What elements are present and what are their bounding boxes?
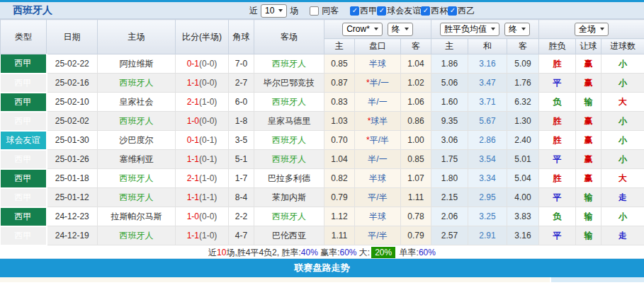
same-away-label: 同客 [322,5,339,17]
avg-away-cell: 5.04 [507,169,539,188]
handicap-cell: *半/一 [355,74,401,93]
bookmaker-select[interactable]: Crow* [342,23,383,36]
score-cell: 2-1(1-0) [176,93,229,112]
away-team[interactable]: 西班牙人 [254,93,324,112]
avg-draw-cell: 2.91 [468,226,507,245]
date-cell: 25-01-12 [47,188,98,207]
home-team[interactable]: 塞维利亚 [98,150,176,169]
chevron-down-icon [521,28,526,30]
away-team[interactable]: 西班牙人 [254,150,324,169]
avg-draw-cell: 3.71 [468,93,507,112]
league-filter-checkbox[interactable]: ✓ [377,6,386,16]
goals-result-cell: 走 [601,188,644,207]
summary-text: 单率: [397,248,419,257]
fulltime-score: 1-0 [187,116,199,126]
same-away-checkbox[interactable] [310,6,319,16]
home-team[interactable]: 西班牙人 [98,188,176,207]
avg-away-cell: 3.83 [507,207,539,226]
home-team[interactable]: 皇家社会 [98,93,176,112]
summary-count: 10 [217,248,226,257]
match-count-select[interactable]: 10 [261,4,287,18]
fulltime-score: 0-1 [187,59,199,69]
score-cell: 1-1(1-1) [176,188,229,207]
avg-away-cell: 1.30 [507,112,539,131]
away-team[interactable]: 巴拉多利德 [254,169,324,188]
avg-home-cell: 2.57 [431,226,468,245]
avg-stage-select[interactable]: 终 [504,23,530,36]
result-cell: 胜 [539,169,576,188]
handicap-stage-select[interactable]: 终 [388,23,413,36]
halftime-score: (1-0) [199,231,217,240]
match-type-badge: 西甲 [1,169,47,188]
score-cell: 1-1(0-1) [176,150,229,169]
home-team[interactable]: 西班牙人 [98,112,176,131]
home-team[interactable]: 西班牙人 [98,169,176,188]
corner-cell: 2-7 [229,74,254,93]
corner-cell: 5-1 [229,150,254,169]
corner-cell: 1-8 [229,112,254,131]
away-team[interactable]: 皇家马德里 [254,112,324,131]
col-handicap: 盘口 [355,39,401,54]
league-filter-checkbox[interactable]: ✓ [448,6,457,16]
table-row: 球会友谊 25-01-30 沙巴度尔 0-1(0-1) 3-5 西班牙人 0.7… [1,131,644,150]
home-team[interactable]: 西班牙人 [98,74,176,93]
home-team[interactable]: 沙巴度尔 [98,131,176,150]
handicap-cell: 平/半 [355,188,401,207]
next-section-edge [0,277,644,282]
avg-home-cell: 1.75 [431,150,468,169]
away-odds-cell: 0.85 [401,150,431,169]
goals-result-cell: 小 [601,207,644,226]
away-team[interactable]: 毕尔巴鄂竞技 [254,74,324,93]
score-cell: 1-0(0-0) [176,207,229,226]
summary-text: 近 [208,248,217,257]
home-team[interactable]: 阿拉维斯 [98,54,176,74]
away-team[interactable]: 西班牙人 [254,54,324,74]
scope-select[interactable]: 全场 [575,23,609,36]
home-team[interactable]: 西班牙人 [98,226,176,245]
league-filter-label: 球会友谊 [387,5,421,17]
col-score: 比分(半场) [176,20,229,54]
away-team[interactable]: 西班牙人 [254,207,324,226]
fulltime-score: 1-1 [187,154,199,164]
league-filter-label: 西杯 [431,5,448,17]
col-spread: 让球 [576,39,601,54]
avg-home-cell: 5.06 [431,74,468,93]
profit-rate-value: 60% [339,248,356,257]
filter-controls: 近 10 场 同客 ✓西甲✓球会友谊✓西杯✓西乙 [249,2,475,19]
away-team[interactable]: 巴伦西亚 [254,226,324,245]
fulltime-score: 2-1 [187,173,199,183]
goals-result-cell: 小 [601,54,644,74]
fulltime-score: 0-1 [187,135,199,145]
match-type-badge: 西甲 [1,93,47,112]
home-odds-cell: 0.70 [324,131,355,150]
avg-away-cell: 5.01 [507,150,539,169]
score-cell: 1-0(0-0) [176,112,229,131]
col-odds-away: 客 [401,39,431,54]
league-filter-checkbox[interactable]: ✓ [350,6,359,16]
halftime-score: (0-0) [199,211,217,221]
col-home: 主场 [98,20,176,54]
result-cell: 平 [539,188,576,207]
halftime-score: (0-0) [199,116,217,126]
away-team[interactable]: 莱加内斯 [254,188,324,207]
avg-draw-cell: 2.86 [468,131,507,150]
recent-label: 近 [249,5,258,17]
avg-away-cell: 4.00 [507,188,539,207]
next-section-right [551,277,644,282]
halftime-score: (1-0) [199,173,217,183]
corner-cell: 8-4 [229,188,254,207]
avg-home-cell: 2.15 [431,188,468,207]
spread-result-cell: 赢 [576,131,601,150]
avg-draw-cell: 3.16 [468,54,507,74]
away-team[interactable]: 西班牙人 [254,131,324,150]
avg-odds-select[interactable]: 胜平负均值 [440,23,499,36]
match-type-badge: 西甲 [1,112,47,131]
table-row: 西甲 24-12-23 拉斯帕尔马斯 1-0(0-0) 2-2 西班牙人 1.1… [1,207,644,226]
league-filter: ✓西甲 [350,5,377,17]
league-filter-checkbox[interactable]: ✓ [421,6,430,16]
goals-result-cell: 小 [601,74,644,93]
match-type-badge: 球会友谊 [1,131,47,150]
date-cell: 24-12-23 [47,207,98,226]
home-team[interactable]: 拉斯帕尔马斯 [98,207,176,226]
corner-cell: 1-7 [229,169,254,188]
